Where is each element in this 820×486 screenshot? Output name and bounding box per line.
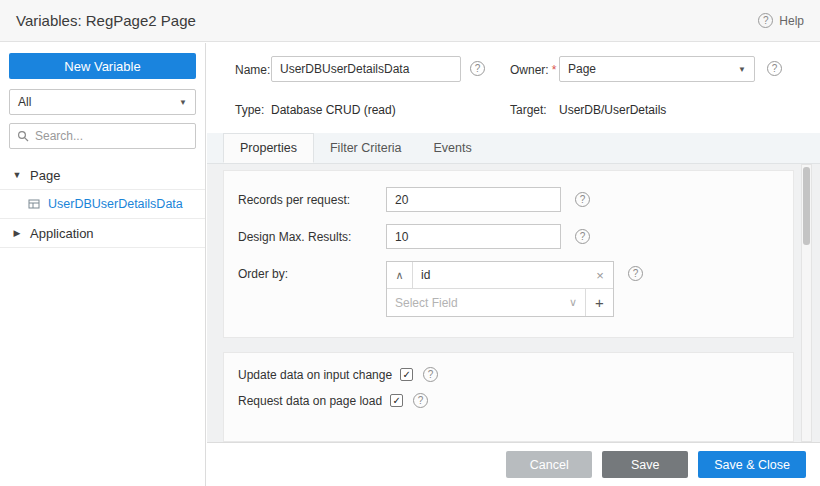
search-box (9, 123, 196, 149)
help-button[interactable]: ? Help (758, 13, 804, 28)
type-label: Type: (235, 103, 264, 117)
tree-item-label: UserDBUserDetailsData (48, 197, 183, 211)
owner-help-icon[interactable]: ? (767, 61, 782, 76)
variable-meta: Name:* ? Owner:* Page ▼ ? Type: Database… (207, 43, 820, 133)
detail-tabs: Properties Filter Criteria Events (207, 133, 820, 164)
remove-order-field-button[interactable]: × (587, 262, 613, 288)
request-on-page-load-label: Request data on page load (238, 394, 382, 408)
sort-direction-button[interactable]: ∧ (387, 262, 413, 288)
design-max-results-row: Design Max. Results: ? (238, 224, 793, 249)
properties-tab-content: Records per request: ? Design Max. Resul… (207, 164, 820, 442)
sort-asc-icon: ∧ (395, 269, 403, 282)
owner-select[interactable]: Page ▼ (559, 56, 755, 82)
save-and-close-button[interactable]: Save & Close (698, 451, 806, 478)
records-help-icon[interactable]: ? (575, 192, 590, 207)
sidebar-item-page[interactable]: ▼ Page (0, 161, 205, 190)
new-variable-button[interactable]: New Variable (9, 53, 196, 79)
filter-selected-value: All (18, 95, 31, 109)
update-on-input-change-row: Update data on input change ✓ ? (238, 367, 793, 382)
request-on-page-load-help-icon[interactable]: ? (413, 393, 428, 408)
order-by-help-icon[interactable]: ? (628, 266, 643, 281)
records-per-request-label: Records per request: (238, 193, 386, 207)
tree-item-label: Application (30, 226, 94, 241)
check-icon: ✓ (402, 370, 410, 380)
type-value: Database CRUD (read) (271, 103, 396, 117)
variables-tree: ▼ Page UserDBUserDetailsData ▶ Applicati… (0, 161, 205, 248)
design-max-results-input[interactable] (386, 224, 561, 249)
chevron-down-icon: ∨ (569, 296, 577, 309)
required-marker: * (552, 63, 557, 77)
update-on-input-change-help-icon[interactable]: ? (423, 367, 438, 382)
order-by-row: Order by: ∧ id × Select Field ∨ (238, 261, 793, 317)
design-max-help-icon[interactable]: ? (575, 229, 590, 244)
variables-sidebar: New Variable All ▼ ▼ Page (0, 43, 206, 486)
tab-events[interactable]: Events (418, 133, 488, 163)
help-question-icon: ? (758, 13, 773, 28)
scrollbar-thumb[interactable] (803, 167, 810, 245)
variable-filter-select[interactable]: All ▼ (9, 89, 196, 115)
update-on-input-change-checkbox[interactable]: ✓ (400, 368, 413, 381)
order-by-field-value: id (413, 262, 587, 288)
dialog-header: Variables: RegPage2 Page ? Help (0, 0, 820, 42)
design-max-results-label: Design Max. Results: (238, 230, 386, 244)
owner-label: Owner:* (510, 63, 556, 77)
variable-detail-panel: Name:* ? Owner:* Page ▼ ? Type: Database… (207, 43, 820, 486)
search-icon (17, 130, 29, 142)
tree-item-label: Page (30, 168, 60, 183)
target-value: UserDB/UserDetails (559, 103, 666, 117)
select-field-dropdown[interactable]: Select Field ∨ (387, 289, 585, 316)
records-per-request-input[interactable] (386, 187, 561, 212)
name-input[interactable] (271, 56, 461, 82)
chevron-down-icon: ▼ (179, 98, 187, 107)
target-label: Target: (510, 103, 547, 117)
select-field-placeholder: Select Field (395, 296, 458, 310)
records-per-request-row: Records per request: ? (238, 187, 793, 212)
vertical-scrollbar[interactable] (801, 164, 812, 442)
plus-icon: + (595, 294, 604, 311)
tab-filter-criteria[interactable]: Filter Criteria (314, 133, 418, 163)
help-label: Help (779, 14, 804, 28)
name-help-icon[interactable]: ? (470, 61, 485, 76)
page-title: Variables: RegPage2 Page (16, 12, 196, 29)
order-by-add-row: Select Field ∨ + (387, 289, 613, 316)
order-by-entry: ∧ id × (387, 262, 613, 289)
behavior-settings-card: Update data on input change ✓ ? Request … (223, 352, 794, 442)
owner-selected-value: Page (568, 62, 596, 76)
sidebar-item-userdbuserdetailsdata[interactable]: UserDBUserDetailsData (0, 190, 205, 219)
cancel-button[interactable]: Cancel (506, 451, 592, 478)
close-icon: × (596, 268, 604, 283)
request-on-page-load-checkbox[interactable]: ✓ (390, 394, 403, 407)
order-by-label: Order by: (238, 261, 386, 281)
request-on-page-load-row: Request data on page load ✓ ? (238, 393, 793, 408)
chevron-down-icon: ▼ (738, 65, 746, 74)
sidebar-item-application[interactable]: ▶ Application (0, 219, 205, 248)
order-by-control: ∧ id × Select Field ∨ + (386, 261, 614, 317)
request-settings-card: Records per request: ? Design Max. Resul… (223, 170, 794, 338)
caret-right-icon: ▶ (12, 228, 22, 238)
variable-icon (28, 198, 40, 210)
caret-down-icon: ▼ (12, 170, 22, 180)
check-icon: ✓ (392, 396, 400, 406)
search-input[interactable] (35, 129, 188, 143)
add-order-field-button[interactable]: + (585, 289, 613, 316)
dialog-footer: Cancel Save Save & Close (207, 442, 820, 486)
save-button[interactable]: Save (602, 451, 688, 478)
tab-properties[interactable]: Properties (223, 133, 314, 163)
update-on-input-change-label: Update data on input change (238, 368, 392, 382)
